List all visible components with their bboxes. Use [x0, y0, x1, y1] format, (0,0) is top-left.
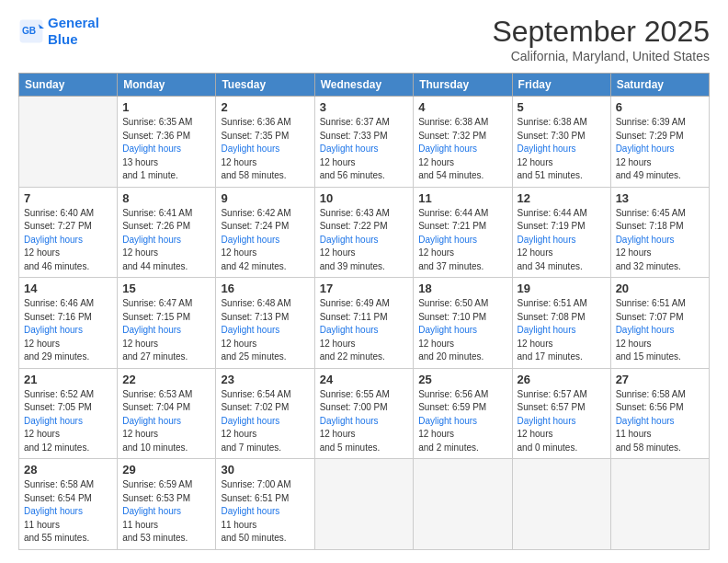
daylight-label: Daylight hours — [518, 143, 606, 156]
sunset-text: Sunset: 7:29 PM — [616, 130, 704, 144]
daylight-value-line1: 12 hours — [616, 338, 704, 351]
day-cell: 16Sunrise: 6:48 AMSunset: 7:13 PMDayligh… — [216, 278, 314, 369]
daylight-value-line1: 12 hours — [221, 156, 309, 170]
daylight-value-line2: and 53 minutes. — [122, 532, 210, 546]
day-info: Sunrise: 6:39 AMSunset: 7:29 PMDaylight … — [616, 116, 704, 183]
daylight-value-line2: and 54 minutes. — [418, 169, 506, 183]
sunset-text: Sunset: 7:15 PM — [122, 311, 210, 325]
day-cell: 29Sunrise: 6:59 AMSunset: 6:53 PMDayligh… — [118, 459, 216, 550]
daylight-value-line1: 12 hours — [24, 247, 112, 260]
title-block: September 2025 California, Maryland, Uni… — [492, 15, 710, 63]
day-number: 21 — [24, 373, 112, 386]
header-row: SundayMondayTuesdayWednesdayThursdayFrid… — [19, 74, 710, 97]
sunset-text: Sunset: 7:24 PM — [221, 220, 309, 234]
week-row-4: 21Sunrise: 6:52 AMSunset: 7:05 PMDayligh… — [19, 368, 710, 459]
daylight-label: Daylight hours — [320, 324, 409, 338]
sunrise-text: Sunrise: 6:51 AM — [616, 297, 704, 311]
day-info: Sunrise: 7:00 AMSunset: 6:51 PMDaylight … — [221, 478, 309, 546]
sunrise-text: Sunrise: 6:35 AM — [122, 116, 210, 130]
sunset-text: Sunset: 7:02 PM — [221, 401, 309, 415]
day-cell: 7Sunrise: 6:40 AMSunset: 7:27 PMDaylight… — [19, 187, 118, 278]
sunrise-text: Sunrise: 6:46 AM — [24, 297, 112, 311]
daylight-value-line2: and 49 minutes. — [616, 169, 704, 183]
daylight-value-line1: 12 hours — [518, 338, 606, 351]
daylight-label: Daylight hours — [221, 143, 309, 156]
daylight-value-line2: and 1 minute. — [122, 169, 210, 183]
day-cell: 18Sunrise: 6:50 AMSunset: 7:10 PMDayligh… — [414, 278, 512, 369]
day-cell: 10Sunrise: 6:43 AMSunset: 7:22 PMDayligh… — [314, 187, 414, 278]
sunset-text: Sunset: 6:54 PM — [24, 492, 112, 506]
daylight-value-line2: and 12 minutes. — [24, 442, 112, 455]
sunset-text: Sunset: 7:00 PM — [320, 401, 409, 415]
day-cell: 14Sunrise: 6:46 AMSunset: 7:16 PMDayligh… — [19, 278, 118, 369]
col-header-thursday: Thursday — [414, 74, 512, 97]
daylight-value-line2: and 29 minutes. — [24, 350, 112, 364]
sunrise-text: Sunrise: 6:49 AM — [320, 297, 409, 311]
day-number: 4 — [418, 100, 506, 114]
daylight-label: Daylight hours — [418, 143, 506, 156]
day-cell — [314, 459, 414, 550]
sunrise-text: Sunrise: 6:48 AM — [221, 297, 309, 311]
daylight-value-line1: 12 hours — [221, 338, 309, 351]
daylight-value-line2: and 39 minutes. — [320, 260, 409, 274]
daylight-label: Daylight hours — [122, 234, 210, 247]
sunset-text: Sunset: 7:16 PM — [24, 311, 112, 325]
sunrise-text: Sunrise: 6:58 AM — [24, 478, 112, 492]
day-info: Sunrise: 6:53 AMSunset: 7:04 PMDaylight … — [122, 388, 210, 455]
daylight-value-line1: 12 hours — [24, 338, 112, 351]
day-cell: 8Sunrise: 6:41 AMSunset: 7:26 PMDaylight… — [118, 187, 216, 278]
daylight-value-line2: and 56 minutes. — [320, 169, 409, 183]
daylight-value-line1: 11 hours — [221, 519, 309, 533]
daylight-value-line1: 12 hours — [221, 428, 309, 442]
day-info: Sunrise: 6:36 AMSunset: 7:35 PMDaylight … — [221, 116, 309, 183]
day-info: Sunrise: 6:50 AMSunset: 7:10 PMDaylight … — [418, 297, 506, 364]
day-info: Sunrise: 6:37 AMSunset: 7:33 PMDaylight … — [320, 116, 409, 183]
day-number: 17 — [320, 282, 409, 295]
col-header-friday: Friday — [512, 74, 610, 97]
daylight-value-line2: and 20 minutes. — [418, 350, 506, 364]
daylight-value-line2: and 17 minutes. — [518, 350, 606, 364]
daylight-value-line1: 12 hours — [518, 156, 606, 170]
daylight-value-line1: 12 hours — [418, 428, 506, 442]
sunset-text: Sunset: 7:07 PM — [616, 311, 704, 325]
daylight-value-line1: 12 hours — [122, 338, 210, 351]
day-info: Sunrise: 6:57 AMSunset: 6:57 PMDaylight … — [518, 388, 606, 455]
day-number: 1 — [122, 100, 210, 114]
daylight-value-line2: and 27 minutes. — [122, 350, 210, 364]
sunset-text: Sunset: 7:13 PM — [221, 311, 309, 325]
daylight-value-line1: 12 hours — [122, 428, 210, 442]
day-cell: 25Sunrise: 6:56 AMSunset: 6:59 PMDayligh… — [414, 368, 512, 459]
sunrise-text: Sunrise: 6:50 AM — [418, 297, 506, 311]
day-number: 13 — [616, 191, 704, 205]
sunset-text: Sunset: 7:11 PM — [320, 311, 409, 325]
sunrise-text: Sunrise: 6:51 AM — [518, 297, 606, 311]
sunrise-text: Sunrise: 6:38 AM — [518, 116, 606, 130]
col-header-tuesday: Tuesday — [216, 74, 314, 97]
day-number: 9 — [221, 191, 309, 205]
daylight-value-line2: and 58 minutes. — [221, 169, 309, 183]
daylight-value-line2: and 2 minutes. — [418, 442, 506, 455]
daylight-value-line1: 12 hours — [221, 247, 309, 260]
day-number: 27 — [616, 373, 704, 386]
daylight-label: Daylight hours — [122, 324, 210, 338]
sunrise-text: Sunrise: 6:47 AM — [122, 297, 210, 311]
daylight-value-line2: and 32 minutes. — [616, 260, 704, 274]
day-number: 18 — [418, 282, 506, 295]
sunset-text: Sunset: 7:21 PM — [418, 220, 506, 234]
daylight-label: Daylight hours — [24, 415, 112, 429]
day-number: 12 — [518, 191, 606, 205]
day-cell: 5Sunrise: 6:38 AMSunset: 7:30 PMDaylight… — [512, 97, 610, 188]
day-cell: 4Sunrise: 6:38 AMSunset: 7:32 PMDaylight… — [414, 97, 512, 188]
day-info: Sunrise: 6:58 AMSunset: 6:54 PMDaylight … — [24, 478, 112, 546]
day-cell: 9Sunrise: 6:42 AMSunset: 7:24 PMDaylight… — [216, 187, 314, 278]
day-cell: 20Sunrise: 6:51 AMSunset: 7:07 PMDayligh… — [610, 278, 709, 369]
daylight-value-line2: and 0 minutes. — [518, 442, 606, 455]
sunrise-text: Sunrise: 6:45 AM — [616, 207, 704, 221]
sunset-text: Sunset: 7:04 PM — [122, 401, 210, 415]
day-cell: 1Sunrise: 6:35 AMSunset: 7:36 PMDaylight… — [118, 97, 216, 188]
col-header-saturday: Saturday — [610, 74, 709, 97]
sunrise-text: Sunrise: 6:54 AM — [221, 388, 309, 402]
sunset-text: Sunset: 7:27 PM — [24, 220, 112, 234]
daylight-value-line1: 12 hours — [518, 247, 606, 260]
sunrise-text: Sunrise: 6:43 AM — [320, 207, 409, 221]
